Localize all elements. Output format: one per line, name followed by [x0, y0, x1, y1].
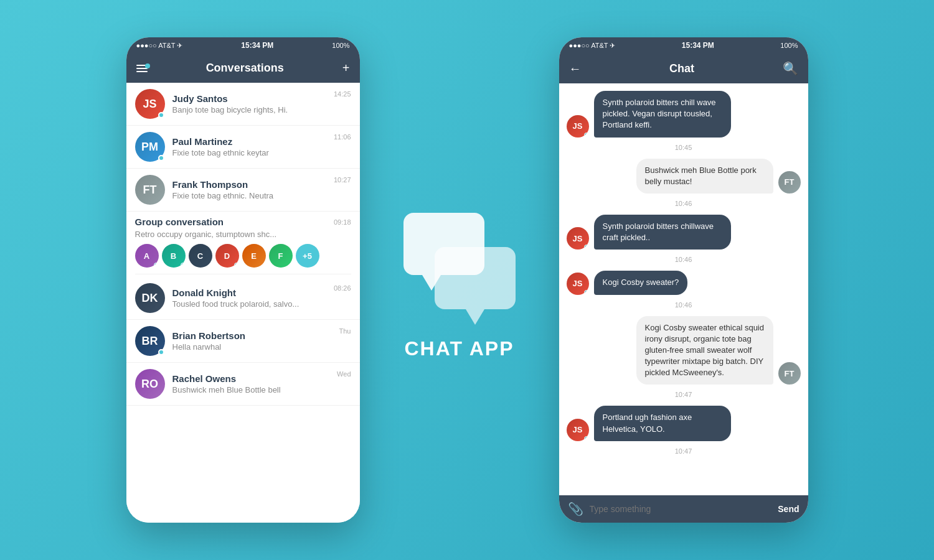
back-button[interactable]: ← [569, 62, 582, 76]
conv-preview: Hella narwhal [172, 342, 334, 352]
group-title: Group conversation [135, 217, 224, 227]
conv-content: Paul Martinez Fixie tote bag ethnic keyt… [172, 136, 329, 157]
add-conversation-button[interactable]: + [342, 61, 350, 75]
message-row: FT Bushwick meh Blue Bottle pork belly m… [567, 159, 801, 194]
right-phone: ●●●○○ AT&T ✈ 15:34 PM 100% ← Chat 🔍 JS S… [559, 37, 808, 523]
avatar: JS [567, 115, 589, 138]
group-avatar: E [242, 244, 266, 268]
online-dot [158, 349, 164, 355]
conv-content: Rachel Owens Bushwick meh Blue Bottle be… [172, 373, 333, 394]
list-item[interactable]: RO Rachel Owens Bushwick meh Blue Bottle… [126, 363, 360, 406]
chat-app-icon [397, 200, 522, 325]
main-layout: ●●●○○ AT&T ✈ 15:34 PM 100% Conversations… [0, 0, 934, 560]
avatar-wrap: RO [135, 369, 165, 399]
conv-content: Brian Robertson Hella narwhal [172, 330, 334, 352]
left-phone: ●●●○○ AT&T ✈ 15:34 PM 100% Conversations… [126, 37, 360, 523]
conv-name: Brian Robertson [172, 330, 334, 341]
chat-app-label: CHAT APP [405, 337, 514, 360]
chat-title: Chat [669, 62, 694, 75]
left-battery: 100% [332, 42, 349, 49]
right-time: 15:34 PM [682, 41, 714, 50]
message-time: 10:46 [567, 256, 801, 263]
attach-icon[interactable]: 📎 [568, 502, 583, 516]
chat-messages: JS Synth polaroid bitters chill wave pic… [559, 83, 808, 495]
conv-preview: Banjo tote bag bicycle rights, Hi. [172, 105, 329, 114]
left-signal: ●●●○○ AT&T ✈ [136, 42, 183, 50]
conv-time: 08:26 [334, 284, 351, 292]
conversation-list: JS Judy Santos Banjo tote bag bicycle ri… [126, 83, 360, 523]
message-bubble: Portland ugh fashion axe Helvetica, YOLO… [594, 406, 731, 441]
list-item[interactable]: DK Donald Knight Tousled food truck pola… [126, 277, 360, 320]
message-time: 10:46 [567, 200, 801, 207]
avatar: JS [567, 227, 589, 250]
message-bubble: Synth polaroid bitters chill wave pickle… [594, 91, 731, 138]
group-avatars: A B C D E F +5 [135, 244, 351, 274]
conv-time: 11:06 [334, 133, 351, 141]
message-bubble: Kogi Cosby sweater ethical squid irony d… [636, 316, 773, 385]
group-avatar: F [269, 244, 293, 268]
chat-input-bar: 📎 Send [559, 495, 808, 523]
list-item[interactable]: PM Paul Martinez Fixie tote bag ethnic k… [126, 126, 360, 169]
group-avatar: B [162, 244, 186, 268]
conversations-title: Conversations [206, 62, 284, 75]
group-time: 09:18 [334, 218, 351, 226]
group-conversation[interactable]: Group conversation 09:18 Retro occupy or… [126, 212, 360, 277]
avatar-wrap: PM [135, 132, 165, 162]
message-time: 10:47 [567, 391, 801, 398]
message-bubble: Kogi Cosby sweater? [594, 271, 688, 294]
list-item[interactable]: JS Judy Santos Banjo tote bag bicycle ri… [126, 83, 360, 126]
group-avatar: D [215, 244, 239, 268]
svg-marker-3 [466, 309, 484, 325]
menu-dot [145, 63, 150, 68]
online-dot [234, 263, 239, 268]
conversations-header: Conversations + [126, 54, 360, 83]
online-dot [158, 155, 164, 161]
online-dot [584, 133, 589, 138]
conv-preview: Fixie tote bag ethnic. Neutra [172, 191, 329, 200]
message-row: JS Synth polaroid bitters chillwave craf… [567, 215, 801, 250]
menu-icon[interactable] [136, 65, 148, 72]
message-row: JS Synth polaroid bitters chill wave pic… [567, 91, 801, 138]
message-bubble: Synth polaroid bitters chillwave craft p… [594, 215, 731, 250]
conv-preview: Fixie tote bag ethnic keytar [172, 148, 329, 157]
list-item[interactable]: FT Frank Thompson Fixie tote bag ethnic.… [126, 169, 360, 212]
conv-preview: Bushwick meh Blue Bottle bell [172, 385, 333, 394]
message-time: 10:46 [567, 301, 801, 309]
online-dot [584, 290, 589, 295]
message-bubble: Bushwick meh Blue Bottle pork belly must… [636, 159, 773, 194]
avatar-wrap: FT [135, 175, 165, 205]
message-row: JS Portland ugh fashion axe Helvetica, Y… [567, 406, 801, 441]
chat-input[interactable] [590, 504, 772, 514]
avatar: FT [778, 362, 801, 385]
avatar: FT [135, 175, 165, 205]
right-status-bar: ●●●○○ AT&T ✈ 15:34 PM 100% [559, 37, 808, 54]
search-icon[interactable]: 🔍 [783, 61, 798, 76]
send-button[interactable]: Send [778, 504, 799, 514]
left-status-bar: ●●●○○ AT&T ✈ 15:34 PM 100% [126, 37, 360, 54]
avatar: JS [567, 419, 589, 441]
list-item[interactable]: BR Brian Robertson Hella narwhal Thu [126, 320, 360, 363]
avatar: JS [567, 273, 589, 295]
conv-content: Donald Knight Tousled food truck polaroi… [172, 287, 329, 309]
conv-preview: Tousled food truck polaroid, salvo... [172, 299, 329, 309]
more-members-badge: +5 [296, 244, 319, 268]
right-signal: ●●●○○ AT&T ✈ [569, 42, 616, 50]
avatar: DK [135, 283, 165, 313]
group-avatar: C [189, 244, 212, 268]
conv-time: Wed [337, 370, 351, 378]
avatar-wrap: DK [135, 283, 165, 313]
svg-rect-2 [435, 247, 516, 309]
conv-time: 10:27 [334, 176, 351, 184]
conv-name: Rachel Owens [172, 373, 333, 384]
group-avatar: A [135, 244, 159, 268]
group-preview: Retro occupy organic, stumptown shc... [135, 230, 351, 239]
message-time: 10:47 [567, 447, 801, 455]
message-row: FT Kogi Cosby sweater ethical squid iron… [567, 316, 801, 385]
online-dot [158, 112, 164, 118]
conv-name: Paul Martinez [172, 136, 329, 147]
online-dot [584, 436, 589, 441]
avatar: RO [135, 369, 165, 399]
conv-content: Judy Santos Banjo tote bag bicycle right… [172, 93, 329, 114]
chat-icon-svg [397, 200, 522, 325]
center-section: CHAT APP [397, 200, 522, 360]
